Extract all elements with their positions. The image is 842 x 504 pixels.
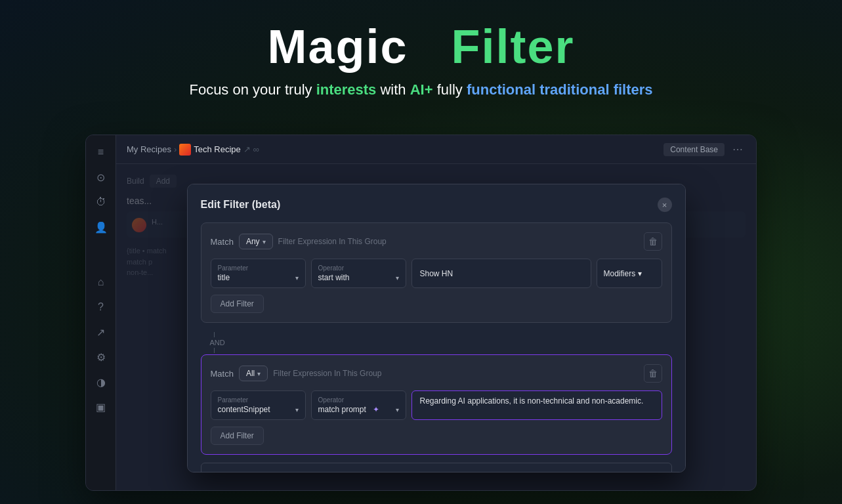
sidebar-icon-circle[interactable]: ⊙ [91,167,112,188]
sidebar-icon-menu[interactable]: ≡ [91,142,112,163]
filter-row-2: Parameter contentSnippet ▾ Operator matc… [211,390,662,420]
sidebar-icon-help[interactable]: ? [91,297,112,318]
and-divider: AND [201,331,672,354]
match-chevron-1: ▾ [263,238,266,245]
filter-group-1-header: Match Any ▾ Filter Expression In This Gr… [211,232,662,251]
value-field-1[interactable]: Show HN [411,259,591,288]
modifiers-chevron-1: ▾ [638,269,642,278]
modal-header: Edit Filter (beta) × [201,198,672,212]
content-base-badge: Content Base [663,143,725,156]
match-value-1: Any [246,237,260,246]
value-text-1: Show HN [420,269,453,278]
filter-group-2-header: Match All ▾ Filter Expression In This Gr… [211,364,662,383]
filter-row-1: Parameter title ▾ Operator start with [211,259,662,288]
sidebar-icon-theme[interactable]: ◑ [91,371,112,392]
sidebar-icon-history2[interactable]: ⌂ [91,272,112,293]
op-chevron-1: ▾ [396,274,399,282]
main-content: My Recipes › Tech Recipe ↗ ∞ Content Bas… [116,135,756,490]
sidebar-icon-history[interactable]: ⏱ [91,192,112,213]
sidebar-icon-settings[interactable]: ⚙ [91,346,112,368]
top-bar: My Recipes › Tech Recipe ↗ ∞ Content Bas… [116,135,756,164]
subtitle-fully: fully [437,81,467,98]
close-button[interactable]: × [658,198,672,212]
hero-section: Magic Filter Focus on your truly interes… [0,0,842,100]
hero-title-magic: Magic [267,20,408,73]
breadcrumb-root[interactable]: My Recipes [127,144,171,154]
op-sublabel-1: Operator [318,264,399,272]
subtitle-traditional: traditional [539,81,613,98]
breadcrumb-sep: › [174,144,177,154]
subtitle-filters: filters [614,81,653,98]
subtitle-with: with [380,81,410,98]
subtitle-ai: AI+ [410,81,433,98]
add-filter-btn-2[interactable]: Add Filter [211,427,264,445]
param-sublabel-2: Parameter [218,396,299,404]
hero-subtitle: Focus on your truly interests with AI+ f… [0,79,842,100]
op-val-1: start with ▾ [318,273,399,282]
parameter-select-2[interactable]: Parameter contentSnippet ▾ [211,390,306,420]
modifiers-label-1: Modifiers [604,269,636,278]
subtitle-functional: functional [467,81,539,98]
modal-overlay: Edit Filter (beta) × Match Any ▾ Filter … [116,164,756,490]
ai-icon: ✦ [373,405,379,414]
breadcrumb-avatar [179,144,191,156]
add-filter-group-button[interactable]: Add Filter Group [201,463,672,472]
op-sublabel-2: Operator [318,396,399,404]
value-text-2: Regarding AI applications, it is non-tec… [420,396,644,406]
hero-title: Magic Filter [0,20,842,74]
hero-title-filter: Filter [452,20,575,73]
edit-filter-modal: Edit Filter (beta) × Match Any ▾ Filter … [187,184,686,472]
app-window: ≡ ⊙ ⏱ 👤 ⌂ ? ↗ ⚙ ◑ ▣ My Recipes › Tech Re… [85,135,757,491]
modal-title: Edit Filter (beta) [201,199,281,211]
filter-group-1: Match Any ▾ Filter Expression In This Gr… [201,222,672,323]
param-val-1: title ▾ [218,273,299,282]
match-select-1[interactable]: Any ▾ [239,234,273,249]
delete-group-1-button[interactable]: 🗑 [644,232,662,251]
breadcrumb: My Recipes › Tech Recipe ↗ ∞ [127,144,259,156]
sidebar-icon-user[interactable]: 👤 [91,217,112,238]
sidebar-icon-share[interactable]: ↗ [91,322,112,343]
match-select-2[interactable]: All ▾ [239,366,268,381]
match-label-1: Match [211,237,234,247]
chain-link-icon[interactable]: ∞ [253,144,259,154]
param-chevron-2: ▾ [295,406,299,413]
add-filter-btn-1[interactable]: Add Filter [211,295,264,313]
subtitle-focus: Focus on your truly [189,81,316,98]
filter-expr-label-1: Filter Expression In This Group [278,237,639,246]
sidebar-icon-grid[interactable]: ▣ [91,396,112,417]
param-chevron-1: ▾ [295,274,299,282]
operator-select-2[interactable]: Operator match prompt ✦ ▾ [311,390,406,420]
breadcrumb-current-label[interactable]: Tech Recipe [194,144,241,154]
filter-group-2: Match All ▾ Filter Expression In This Gr… [201,354,672,455]
menu-button[interactable]: ⋯ [730,140,746,158]
value-field-2[interactable]: Regarding AI applications, it is non-tec… [411,390,662,420]
modifiers-select-1[interactable]: Modifiers ▾ [597,259,662,288]
and-divider-text: AND [210,339,225,346]
external-link-icon[interactable]: ↗ [243,144,251,154]
op-val-2: match prompt ✦ ▾ [318,405,399,414]
and-divider-line-bottom [214,348,215,353]
page-content: Build Add teas... H... {title • matchmat… [116,164,756,490]
subtitle-interests: interests [316,81,381,98]
breadcrumb-current: Tech Recipe ↗ ∞ [179,144,259,156]
match-label-2: Match [211,369,234,379]
match-chevron-2: ▾ [257,370,261,377]
param-sublabel-1: Parameter [218,264,299,272]
operator-select-1[interactable]: Operator start with ▾ [311,259,406,288]
match-value-2: All [246,369,255,378]
sidebar: ≡ ⊙ ⏱ 👤 ⌂ ? ↗ ⚙ ◑ ▣ [86,135,116,490]
delete-group-2-button[interactable]: 🗑 [644,364,662,383]
op-chevron-2: ▾ [396,406,399,413]
filter-expr-label-2: Filter Expression In This Group [273,369,638,378]
parameter-select-1[interactable]: Parameter title ▾ [211,259,306,288]
and-divider-line-top [214,332,215,337]
param-val-2: contentSnippet ▾ [218,405,299,414]
